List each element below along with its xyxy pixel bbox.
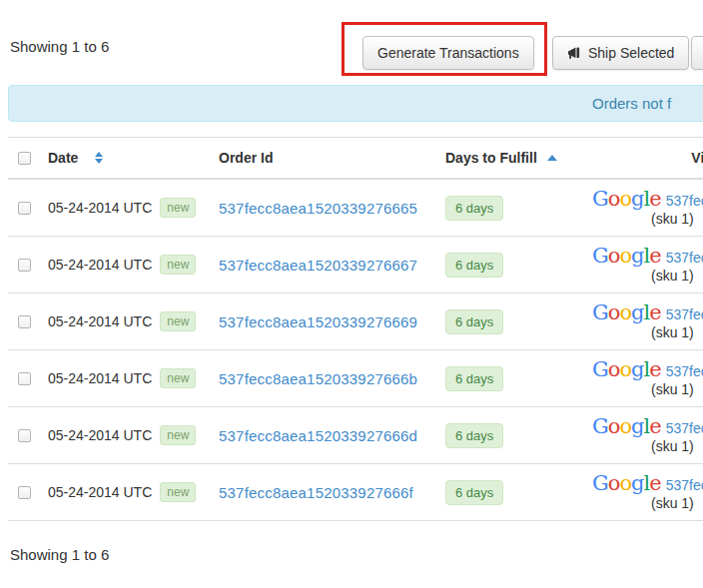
google-logo-letter: e [649, 244, 660, 268]
order-id-link[interactable]: 537fecc8aea152033927666b [219, 370, 417, 387]
google-logo-letter: e [649, 471, 660, 495]
google-logo-letter: G [592, 357, 608, 381]
product-sku: (sku 1) [651, 495, 694, 511]
google-logo-letter: o [619, 471, 631, 495]
google-logo-letter: o [619, 300, 631, 324]
column-header-days-label: Days to Fulfill [445, 150, 537, 166]
order-date: 05-24-2014 UTC [48, 313, 152, 329]
google-logo[interactable]: Google [592, 302, 661, 322]
days-to-fulfill-badge: 6 days [445, 480, 503, 505]
generate-transactions-button[interactable]: Generate Transactions [362, 36, 534, 70]
partial-button-right-edge[interactable] [691, 36, 703, 70]
google-logo-letter: o [608, 471, 620, 495]
google-logo[interactable]: Google [592, 189, 661, 209]
google-logo-letter: g [631, 357, 643, 381]
google-logo[interactable]: Google [592, 359, 661, 379]
row-checkbox[interactable] [18, 372, 31, 385]
table-row: 05-24-2014 UTC new 537fecc8aea1520339276… [8, 180, 703, 237]
google-logo-letter: e [649, 357, 660, 381]
info-bar-text: Orders not f [592, 86, 671, 121]
google-logo-letter: o [608, 244, 620, 268]
table-body: 05-24-2014 UTC new 537fecc8aea1520339276… [8, 180, 703, 521]
sort-ascending-icon [547, 155, 557, 161]
google-logo-letter: g [631, 244, 643, 268]
order-id-link[interactable]: 537fecc8aea152033927666d [219, 427, 417, 444]
column-header-date-label: Date [48, 150, 78, 166]
status-badge-new: new [160, 255, 196, 275]
google-logo-letter: G [592, 300, 608, 324]
showing-count-top: Showing 1 to 6 [10, 38, 109, 55]
order-id-link[interactable]: 537fecc8aea1520339276669 [219, 313, 417, 330]
view-product-link[interactable]: 537fecc [666, 193, 703, 209]
days-to-fulfill-badge: 6 days [445, 423, 503, 448]
status-badge-new: new [160, 368, 196, 388]
product-sku: (sku 1) [651, 324, 694, 340]
ship-selected-label: Ship Selected [588, 45, 674, 61]
column-header-days-to-fulfill[interactable]: Days to Fulfill [445, 150, 592, 166]
order-id-link[interactable]: 537fecc8aea1520339276667 [219, 257, 417, 274]
view-product-link[interactable]: 537fecc [666, 420, 703, 436]
showing-count-bottom: Showing 1 to 6 [10, 546, 109, 563]
google-logo-letter: G [592, 414, 608, 438]
select-all-checkbox[interactable] [18, 152, 31, 165]
google-logo-letter: g [631, 414, 643, 438]
product-sku: (sku 1) [651, 211, 694, 227]
row-checkbox[interactable] [18, 429, 31, 442]
days-to-fulfill-badge: 6 days [445, 309, 503, 334]
product-sku: (sku 1) [651, 381, 694, 397]
google-logo-letter: o [608, 300, 620, 324]
view-product-link[interactable]: 537fecc [666, 363, 703, 379]
days-to-fulfill-badge: 6 days [445, 366, 503, 391]
order-date: 05-24-2014 UTC [48, 200, 152, 216]
days-to-fulfill-badge: 6 days [445, 253, 503, 278]
info-bar: Orders not f [8, 85, 703, 122]
column-header-date[interactable]: Date [48, 150, 219, 166]
order-id-link[interactable]: 537fecc8aea1520339276665 [219, 200, 417, 217]
google-logo-letter: o [608, 187, 620, 211]
google-logo[interactable]: Google [592, 416, 661, 436]
row-checkbox[interactable] [18, 202, 31, 215]
sort-both-icon [95, 152, 103, 164]
table-row: 05-24-2014 UTC new 537fecc8aea1520339276… [8, 237, 703, 294]
google-logo-letter: e [649, 300, 660, 324]
google-logo-letter: o [608, 357, 620, 381]
google-logo-letter: e [649, 414, 660, 438]
google-logo[interactable]: Google [592, 473, 661, 493]
google-logo-letter: G [592, 244, 608, 268]
google-logo-letter: g [631, 300, 643, 324]
google-logo-letter: o [619, 414, 631, 438]
bullhorn-icon [567, 47, 581, 60]
view-product-link[interactable]: 537fecc [666, 306, 703, 322]
orders-table: Date Order Id Days to Fulfill View Produ… [8, 137, 703, 521]
google-logo-letter: g [631, 187, 643, 211]
order-date: 05-24-2014 UTC [48, 427, 152, 443]
google-logo-letter: G [592, 471, 608, 495]
google-logo-letter: g [631, 471, 643, 495]
google-logo-letter: G [592, 187, 608, 211]
ship-selected-button[interactable]: Ship Selected [552, 36, 689, 70]
status-badge-new: new [160, 198, 196, 218]
google-logo[interactable]: Google [592, 246, 661, 266]
table-row: 05-24-2014 UTC new 537fecc8aea1520339276… [8, 294, 703, 350]
column-header-order-id[interactable]: Order Id [219, 150, 445, 166]
order-date: 05-24-2014 UTC [48, 484, 152, 500]
google-logo-letter: o [619, 244, 631, 268]
view-product-link[interactable]: 537fecc [666, 477, 703, 493]
status-badge-new: new [160, 425, 196, 445]
google-logo-letter: o [619, 187, 631, 211]
row-checkbox[interactable] [18, 486, 31, 499]
days-to-fulfill-badge: 6 days [445, 196, 503, 221]
google-logo-letter: o [608, 414, 620, 438]
order-id-link[interactable]: 537fecc8aea152033927666f [219, 484, 413, 501]
google-logo-letter: o [619, 357, 631, 381]
status-badge-new: new [160, 482, 196, 502]
table-row: 05-24-2014 UTC new 537fecc8aea1520339276… [8, 407, 703, 464]
row-checkbox[interactable] [18, 315, 31, 328]
status-badge-new: new [160, 311, 196, 331]
column-header-view-product[interactable]: View Product (S [592, 150, 703, 166]
row-checkbox[interactable] [18, 259, 31, 272]
view-product-link[interactable]: 537fecc [666, 250, 703, 266]
order-date: 05-24-2014 UTC [48, 257, 152, 273]
table-header-row: Date Order Id Days to Fulfill View Produ… [8, 137, 703, 180]
product-sku: (sku 1) [651, 268, 694, 284]
